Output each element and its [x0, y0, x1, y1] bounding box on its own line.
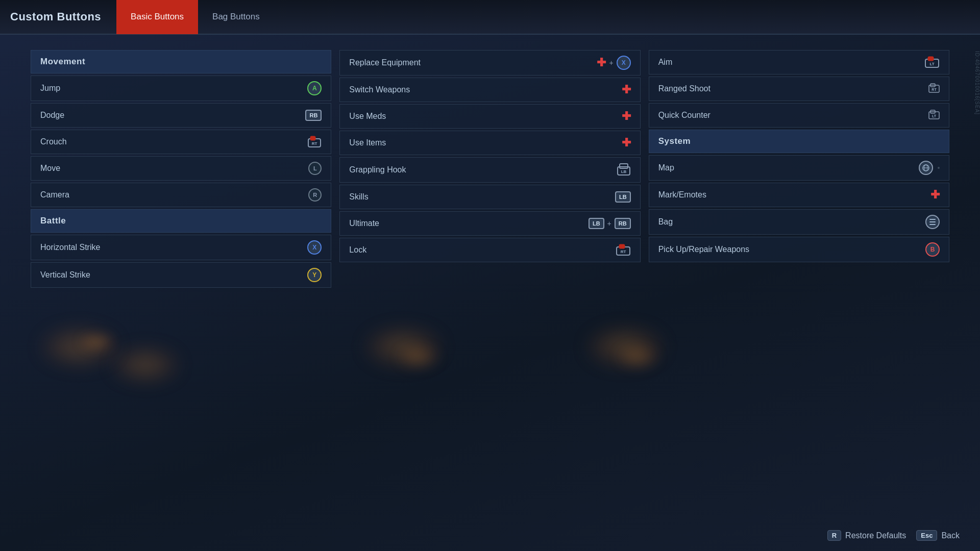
back-button[interactable]: Esc Back — [916, 530, 960, 541]
back-key: Esc — [916, 530, 937, 541]
list-item[interactable]: Ranged Shoot RT — [649, 77, 949, 101]
list-item[interactable]: Mark/Emotes ✚ — [649, 183, 949, 207]
restore-label: Restore Defaults — [845, 531, 906, 540]
system-header: System — [649, 130, 949, 153]
list-item[interactable]: Use Items ✚ — [339, 131, 640, 155]
map-icon — [919, 161, 933, 175]
svg-rect-1 — [310, 136, 315, 140]
button-rb-icon: RB — [615, 218, 631, 229]
list-item[interactable]: Replace Equipment ✚ + X — [339, 50, 640, 76]
list-item[interactable]: Dodge RB — [31, 103, 331, 128]
list-item[interactable]: Crouch RT — [31, 130, 331, 154]
list-item[interactable]: Bag — [649, 209, 949, 235]
svg-text:RT: RT — [620, 249, 626, 254]
list-item[interactable]: Pick Up/Repair Weapons B — [649, 237, 949, 262]
main-content: Movement Jump A Dodge RB Crouch RT — [0, 35, 980, 303]
cross-icon: ✚ — [622, 111, 631, 122]
battle-header: Battle — [31, 209, 331, 233]
button-x-icon: X — [617, 56, 631, 70]
stick-l-icon: L — [308, 162, 322, 175]
rt-trigger-icon: RT — [616, 244, 631, 256]
stick-r-icon: R — [308, 188, 322, 202]
restore-key: R — [827, 530, 841, 541]
button-lb-icon: LB — [615, 191, 631, 203]
list-item[interactable]: Aim LT — [649, 50, 949, 74]
cross-icon: ✚ — [930, 189, 940, 201]
menu-icon — [925, 215, 940, 229]
header: Custom Buttons Basic Buttons Bag Buttons — [0, 0, 980, 35]
list-item[interactable]: Horizontal Strike X — [31, 235, 331, 260]
lb-icon: LB — [617, 163, 631, 177]
button-lb-icon: LB — [589, 218, 604, 229]
trigger-rt-icon: RT — [307, 136, 322, 148]
page-title: Custom Buttons — [10, 10, 101, 23]
trigger-small-icon2: LT — [928, 110, 940, 121]
button-x-icon: X — [307, 240, 322, 255]
cross-icon: ✚ — [597, 57, 606, 68]
lt-trigger-icon: LT — [924, 56, 940, 68]
combat-column: Aim LT Ranged Shoot RT Quick Counter — [649, 50, 949, 288]
tab-basic-buttons[interactable]: Basic Buttons — [116, 0, 198, 34]
svg-rect-7 — [619, 244, 625, 248]
svg-text:RT: RT — [312, 141, 317, 146]
list-item[interactable]: Lock RT — [339, 238, 640, 262]
tab-bag-buttons[interactable]: Bag Buttons — [198, 0, 274, 34]
trigger-small-icon: RT — [928, 83, 940, 94]
list-item[interactable]: Map — [649, 155, 949, 181]
cross-icon: ✚ — [622, 137, 631, 148]
svg-text:LT: LT — [932, 114, 937, 118]
list-item[interactable]: Quick Counter LT — [649, 103, 949, 128]
list-item[interactable]: Ultimate LB + RB — [339, 211, 640, 236]
movement-column: Movement Jump A Dodge RB Crouch RT — [31, 50, 331, 288]
svg-text:RT: RT — [932, 88, 937, 91]
svg-rect-4 — [620, 164, 628, 168]
button-y-icon: Y — [307, 268, 322, 282]
list-item[interactable]: Use Meds ✚ — [339, 104, 640, 129]
side-text: ID:404670010016[SEA] — [974, 51, 980, 115]
list-item[interactable]: Move L — [31, 156, 331, 181]
button-rb-icon: RB — [305, 110, 322, 121]
equipment-column: Replace Equipment ✚ + X Switch Weapons ✚… — [339, 50, 640, 288]
footer: R Restore Defaults Esc Back — [827, 530, 960, 541]
button-a-icon: A — [307, 81, 322, 95]
list-item[interactable]: Vertical Strike Y — [31, 262, 331, 288]
restore-defaults-button[interactable]: R Restore Defaults — [827, 530, 906, 541]
svg-text:LB: LB — [621, 169, 626, 174]
list-item[interactable]: Switch Weapons ✚ — [339, 78, 640, 102]
back-label: Back — [941, 531, 960, 540]
svg-rect-10 — [928, 57, 934, 61]
movement-header: Movement — [31, 50, 331, 73]
list-item[interactable]: Skills LB — [339, 185, 640, 209]
list-item[interactable]: Grappling Hook LB — [339, 157, 640, 183]
cross-icon: ✚ — [622, 84, 631, 95]
button-b-icon: B — [925, 242, 940, 257]
list-item[interactable]: Jump A — [31, 76, 331, 101]
list-item[interactable]: Camera R — [31, 183, 331, 207]
svg-text:LT: LT — [929, 62, 934, 66]
